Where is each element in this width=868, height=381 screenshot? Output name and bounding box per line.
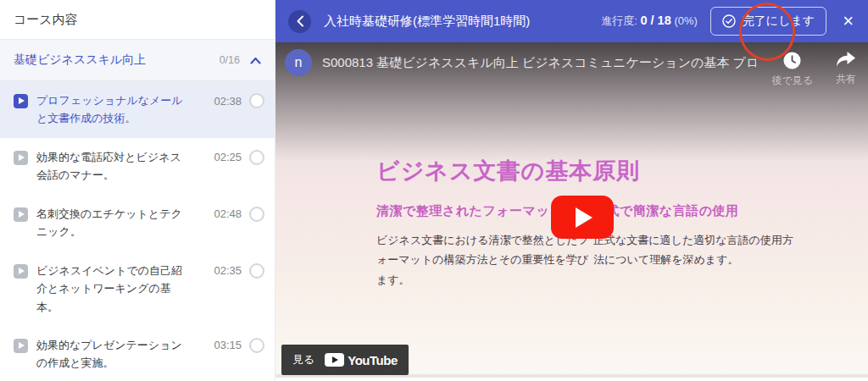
section-progress-count: 0/16	[220, 54, 240, 66]
lesson-item[interactable]: 効果的なプレゼンテーションの作成と実施。 03:15	[0, 326, 275, 381]
video-play-icon	[14, 151, 28, 165]
mark-complete-label: 完了にします	[743, 14, 815, 29]
completion-checkbox[interactable]	[249, 338, 264, 353]
completion-checkbox[interactable]	[249, 207, 264, 222]
video-header: n S000813 基礎ビジネススキル向上 ビジネスコミュニケーションの基本 プ…	[275, 42, 868, 88]
progress-indicator: 進行度: 0 / 18 (0%)	[601, 14, 698, 29]
watch-on-label: 見る	[292, 352, 314, 367]
lesson-title: 効果的なプレゼンテーションの作成と実施。	[36, 336, 184, 373]
video-title[interactable]: S000813 基礎ビジネススキル向上 ビジネスコミュニケーションの基本 プロフ…	[322, 55, 756, 71]
mark-complete-button[interactable]: 完了にします	[710, 7, 826, 36]
course-topbar: 入社時基礎研修(標準学習時間1時間) 進行度: 0 / 18 (0%) 完了にし…	[275, 0, 868, 42]
watch-later-label: 後で見る	[771, 74, 813, 88]
lesson-list: プロフェッショナルなメールと文書作成の技術。 02:38 効果的な電話応対とビジ…	[0, 81, 275, 381]
youtube-logo: YouTube	[325, 353, 397, 367]
share-button[interactable]: 共有	[836, 51, 856, 88]
lesson-duration: 02:25	[214, 151, 242, 163]
slide-column-right: 正式で簡潔な言語の使用 正式な文書に適した適切な言語の使用方法について理解を深め…	[593, 203, 804, 270]
section-header[interactable]: 基礎ビジネススキル向上 0/16	[0, 40, 275, 81]
progress-value: 0 / 18	[640, 14, 670, 27]
course-sidebar: コース内容 基礎ビジネススキル向上 0/16 プロフェッショナルなメールと文書作…	[0, 0, 275, 381]
lesson-item[interactable]: 名刺交換のエチケットとテクニック。 02:48	[0, 195, 275, 251]
video-play-icon	[14, 207, 28, 222]
watch-later-button[interactable]: 後で見る	[771, 51, 813, 88]
progress-percent: (0%)	[674, 14, 697, 27]
lesson-title: 名刺交換のエチケットとテクニック。	[36, 205, 184, 241]
lesson-item[interactable]: ビジネスイベントでの自己紹介とネットワーキングの基本。 02:35	[0, 251, 275, 326]
video-play-icon	[14, 339, 28, 353]
lesson-duration: 03:15	[214, 339, 242, 351]
slide-column-body: ビジネス文書における清潔で整然としたフォーマットの構築方法とその重要性を学びます…	[376, 230, 597, 290]
lesson-duration: 02:48	[214, 207, 242, 220]
section-label: 基礎ビジネススキル向上	[14, 52, 220, 68]
close-icon[interactable]: ×	[841, 12, 855, 30]
course-player-panel: 入社時基礎研修(標準学習時間1時間) 進行度: 0 / 18 (0%) 完了にし…	[275, 0, 868, 381]
lesson-item[interactable]: 効果的な電話応対とビジネス会話のマナー。 02:25	[0, 138, 275, 195]
completion-checkbox[interactable]	[249, 150, 264, 165]
lesson-title: ビジネスイベントでの自己紹介とネットワーキングの基本。	[36, 262, 184, 316]
lesson-title: 効果的な電話応対とビジネス会話のマナー。	[36, 148, 184, 185]
lesson-title: プロフェッショナルなメールと文書作成の技術。	[36, 91, 184, 128]
youtube-play-button[interactable]	[551, 196, 614, 239]
clock-icon	[782, 51, 802, 70]
lesson-duration: 02:38	[214, 95, 242, 108]
video-play-icon	[14, 94, 28, 108]
lesson-item[interactable]: プロフェッショナルなメールと文書作成の技術。 02:38	[0, 81, 275, 138]
slide-column-body: 正式な文書に適した適切な言語の使用方法について理解を深めます。	[593, 230, 804, 270]
completion-checkbox[interactable]	[249, 263, 264, 279]
channel-avatar[interactable]: n	[285, 49, 312, 76]
course-title: 入社時基礎研修(標準学習時間1時間)	[324, 14, 530, 30]
chevron-up-icon[interactable]	[250, 57, 261, 64]
video-play-icon	[14, 264, 28, 279]
share-label: 共有	[836, 72, 856, 86]
check-circle-icon	[722, 14, 736, 28]
youtube-wordmark: YouTube	[348, 353, 397, 367]
slide-title: ビジネス文書の基本原則	[376, 156, 640, 186]
youtube-player[interactable]: n S000813 基礎ビジネススキル向上 ビジネスコミュニケーションの基本 プ…	[275, 42, 868, 378]
youtube-play-icon	[325, 353, 344, 367]
slide-column-heading: 正式で簡潔な言語の使用	[593, 203, 804, 219]
completion-checkbox[interactable]	[249, 93, 264, 108]
sidebar-title: コース内容	[0, 0, 275, 40]
share-arrow-icon	[836, 51, 856, 69]
back-button[interactable]	[288, 10, 311, 33]
progress-label: 進行度:	[601, 14, 637, 27]
watch-on-youtube-badge[interactable]: 見る YouTube	[281, 345, 409, 375]
lesson-duration: 02:35	[214, 264, 242, 277]
